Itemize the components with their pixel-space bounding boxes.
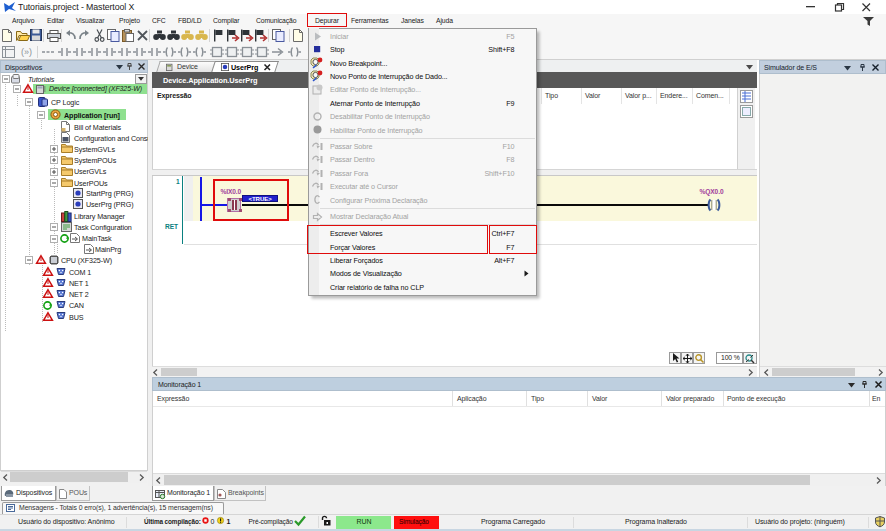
svg-text:(»): (») [21,47,32,57]
